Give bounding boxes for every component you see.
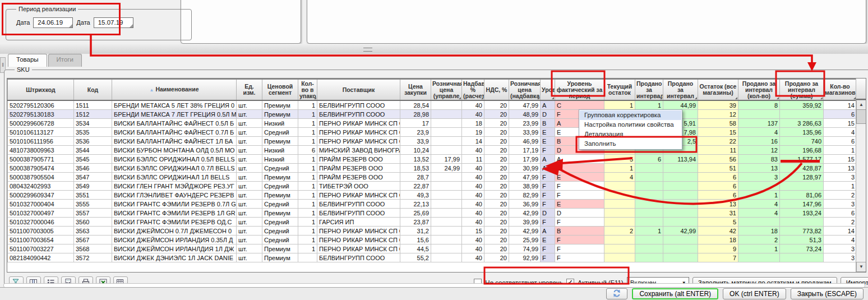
table-cell[interactable]: 40 <box>462 146 484 155</box>
table-cell[interactable] <box>663 236 698 244</box>
table-cell[interactable]: 20 <box>484 191 509 200</box>
table-row[interactable]: 50002996067283534ВИСКИ БАЛЛАНТАЙНС ФАЙНЕ… <box>8 119 857 128</box>
table-cell[interactable]: 18 <box>738 227 780 236</box>
table-cell[interactable]: 20 <box>484 137 509 146</box>
table-cell[interactable]: шт. <box>237 191 262 200</box>
table-cell[interactable]: 1 <box>298 173 317 182</box>
table-row[interactable]: 48107380099633544ВИСКИ БУРБОН МОНТАНА ОЛ… <box>8 146 857 155</box>
table-cell[interactable]: 1 <box>298 200 317 209</box>
table-cell[interactable]: 1 <box>824 146 857 155</box>
column-header[interactable]: Розничная цена (управле <box>431 79 462 100</box>
table-cell[interactable] <box>635 236 663 244</box>
tab-products[interactable]: Товары <box>8 54 47 67</box>
table-cell[interactable]: 1 <box>604 100 635 110</box>
table-cell[interactable]: 2 <box>824 191 857 200</box>
table-cell[interactable]: ПЕРНО РИКАР МИНСК СП О <box>317 236 400 244</box>
table-cell[interactable] <box>431 119 462 128</box>
table-cell[interactable]: шт. <box>237 110 262 119</box>
table-cell[interactable]: 740 <box>780 137 824 146</box>
table-cell[interactable]: 81,06 <box>780 191 824 200</box>
table-cell[interactable]: ВИСКИ БУРБОН МОНТАНА ОЛД 0.5Л МО <box>112 146 237 155</box>
table-cell[interactable] <box>431 236 462 244</box>
table-cell[interactable] <box>431 182 462 191</box>
table-cell[interactable]: 3536 <box>74 137 112 146</box>
table-cell[interactable]: 42,99 <box>663 227 698 236</box>
table-cell[interactable]: F <box>555 244 604 253</box>
table-cell[interactable]: ВИСКИ ДЖЕК ДЭНИЭЛС 1Л JACK DANIE <box>112 253 237 262</box>
table-cell[interactable]: 31,2 <box>400 227 431 236</box>
table-cell[interactable]: 13 <box>698 200 738 209</box>
date-picker-corner-icon[interactable] <box>69 24 72 27</box>
table-cell[interactable]: 4 <box>824 128 857 137</box>
table-cell[interactable] <box>738 253 780 262</box>
table-cell[interactable]: шт. <box>237 119 262 128</box>
table-row[interactable]: 50003879057713545ВИСКИ БЭЛЛС ОРИДЖИНАЛ 0… <box>8 155 857 164</box>
table-cell[interactable] <box>431 128 462 137</box>
table-cell[interactable]: ПЕРНО РИКАР МИНСК СП О <box>317 119 400 128</box>
table-cell[interactable]: 1 <box>635 100 663 110</box>
table-row[interactable]: 50103270004973557ВИСКИ ГРАНТС ФЭМИЛИ РЕЗ… <box>8 209 857 218</box>
table-cell[interactable]: 3557 <box>74 209 112 218</box>
table-cell[interactable]: 6 <box>824 137 857 146</box>
table-cell[interactable]: 20 <box>484 110 509 119</box>
table-cell[interactable]: 40 <box>462 110 484 119</box>
table-cell[interactable]: 22 <box>698 137 738 146</box>
table-cell[interactable]: шт. <box>237 227 262 236</box>
scrollbar-thumb[interactable] <box>856 109 866 124</box>
tab-totals[interactable]: Итоги <box>48 54 82 67</box>
table-cell[interactable]: шт. <box>237 155 262 164</box>
table-cell[interactable]: 1 <box>298 227 317 236</box>
table-cell[interactable] <box>604 200 635 209</box>
table-cell[interactable] <box>431 253 462 262</box>
table-cell[interactable]: 5202795120306 <box>8 100 74 110</box>
table-cell[interactable]: 4 <box>604 173 635 182</box>
table-cell[interactable]: 20 <box>484 200 509 209</box>
table-cell[interactable]: 14 <box>824 227 857 236</box>
table-cell[interactable] <box>298 253 317 262</box>
table-cell[interactable]: F <box>541 173 555 182</box>
table-cell[interactable]: 1512 <box>74 110 112 119</box>
table-cell[interactable]: 5011007003227 <box>8 244 74 253</box>
table-cell[interactable]: 773,82 <box>780 227 824 236</box>
table-cell[interactable]: ВИСКИ БАЛЛАНТАЙНС ФАЙНЕСТ 0.5Л Б <box>112 119 237 128</box>
table-cell[interactable]: 55,2 <box>400 253 431 262</box>
table-cell[interactable]: 33,99 <box>509 128 541 137</box>
table-cell[interactable] <box>635 244 663 253</box>
table-cell[interactable]: B <box>555 227 604 236</box>
table-cell[interactable]: Средний <box>262 164 298 173</box>
table-cell[interactable]: ВИСКИ БАЛЛАНТАЙНС ФАЙНЕСТ 0.7Л Б <box>112 128 237 137</box>
table-cell[interactable]: 5 <box>698 218 738 227</box>
table-cell[interactable]: 3 <box>824 200 857 209</box>
table-cell[interactable] <box>431 191 462 200</box>
table-cell[interactable]: 20 <box>484 182 509 191</box>
table-cell[interactable]: 1511 <box>74 100 112 110</box>
table-cell[interactable]: 3555 <box>74 200 112 209</box>
table-cell[interactable]: 17,19 <box>509 146 541 155</box>
table-cell[interactable]: 3572 <box>74 253 112 262</box>
table-cell[interactable]: Низкий <box>262 119 298 128</box>
table-cell[interactable]: 1 <box>298 218 317 227</box>
table-cell[interactable]: 28,98 <box>400 110 431 119</box>
table-cell[interactable]: 135,96 <box>780 128 824 137</box>
table-cell[interactable] <box>780 253 824 262</box>
refresh-button[interactable] <box>606 288 627 299</box>
table-cell[interactable]: ВИСКИ БЭЛЛС ОРИДЖИНАЛ 0.5Л BELLS <box>112 155 237 164</box>
date-picker-corner-icon[interactable] <box>130 24 133 27</box>
scroll-down-icon[interactable]: ▼ <box>856 262 866 272</box>
table-cell[interactable]: 11 <box>462 155 484 164</box>
table-cell[interactable]: БЕЛВИНГРУПП СООО <box>317 209 400 218</box>
table-cell[interactable]: 42 <box>698 227 738 236</box>
table-cell[interactable]: 6 <box>824 209 857 218</box>
table-cell[interactable]: Премиум <box>262 244 298 253</box>
table-cell[interactable]: E <box>555 173 604 182</box>
table-cell[interactable]: 39 <box>698 100 738 110</box>
table-cell[interactable]: F <box>541 218 555 227</box>
table-cell[interactable] <box>431 227 462 236</box>
table-cell[interactable] <box>431 244 462 253</box>
scroll-up-icon[interactable]: ▲ <box>856 100 866 110</box>
column-header[interactable]: Код <box>74 79 112 100</box>
column-header[interactable]: Уров <box>541 79 555 100</box>
save-button[interactable]: Сохранить (alt ENTER) <box>632 288 718 299</box>
table-cell[interactable] <box>663 164 698 173</box>
table-cell[interactable]: ПРАЙМ РЕЗЕРВ ООО <box>317 155 400 164</box>
